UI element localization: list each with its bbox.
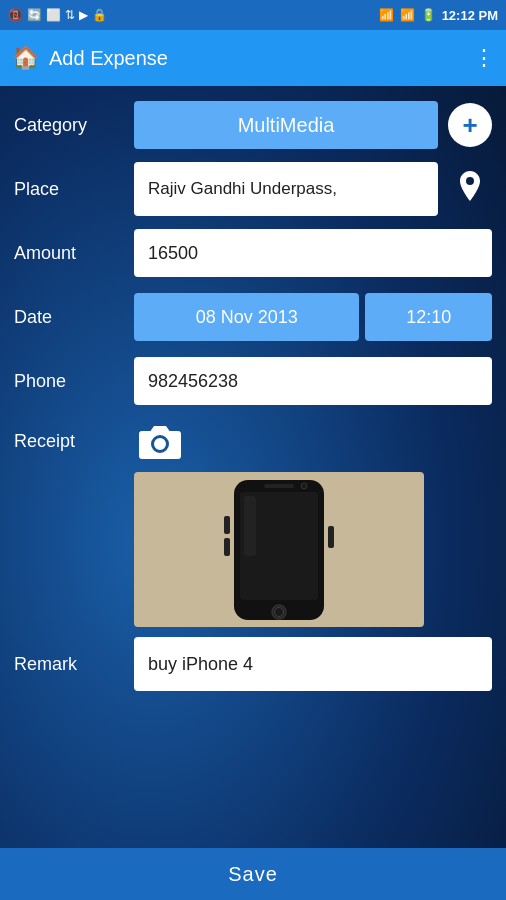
status-icons: 📵 🔄 ⬜ ⇅ ▶ 🔒 [8, 8, 107, 22]
receipt-row: Receipt [14, 418, 492, 627]
battery-icon: 🔋 [421, 8, 436, 22]
save-bar[interactable]: Save [0, 848, 506, 900]
category-row: Category MultiMedia + [14, 98, 492, 152]
phone-label: Phone [14, 371, 124, 392]
plus-icon: + [462, 112, 477, 138]
receipt-header: Receipt [14, 418, 492, 464]
svg-rect-9 [328, 526, 334, 548]
svg-rect-7 [224, 516, 230, 534]
place-row: Place Rajiv Gandhi Underpass, [14, 162, 492, 216]
status-bar: 📵 🔄 ⬜ ⇅ ▶ 🔒 📶 📶 🔋 12:12 PM [0, 0, 506, 30]
app-title: Add Expense [49, 47, 168, 70]
more-options-icon[interactable]: ⋮ [473, 45, 494, 71]
date-time-group: 08 Nov 2013 12:10 [134, 293, 492, 341]
svg-point-3 [275, 607, 284, 616]
phone-row: Phone 982456238 [14, 354, 492, 408]
date-row: Date 08 Nov 2013 12:10 [14, 290, 492, 344]
status-icon-usb: ⇅ [65, 8, 75, 22]
wifi-icon: 📶 [379, 8, 394, 22]
app-bar: 🏠 Add Expense ⋮ [0, 30, 506, 86]
place-value[interactable]: Rajiv Gandhi Underpass, [134, 162, 438, 216]
time-button[interactable]: 12:10 [365, 293, 492, 341]
camera-button[interactable] [134, 418, 186, 464]
category-label: Category [14, 115, 124, 136]
status-time: 12:12 PM [442, 8, 498, 23]
receipt-label: Receipt [14, 431, 124, 452]
svg-point-6 [301, 483, 307, 489]
status-icon-media: ▶ [79, 8, 88, 22]
remark-row: Remark buy iPhone 4 [14, 637, 492, 691]
location-pin-icon [454, 171, 486, 207]
svg-rect-4 [264, 484, 294, 488]
date-label: Date [14, 307, 124, 328]
camera-icon [138, 422, 182, 460]
add-category-button[interactable]: + [448, 103, 492, 147]
place-label: Place [14, 179, 124, 200]
svg-rect-5 [244, 496, 256, 556]
amount-input[interactable]: 16500 [134, 229, 492, 277]
receipt-image [134, 472, 424, 627]
svg-rect-8 [224, 538, 230, 556]
home-icon: 🏠 [12, 45, 39, 71]
status-icon-sync: 🔄 [27, 8, 42, 22]
amount-label: Amount [14, 243, 124, 264]
save-button-label: Save [228, 863, 278, 886]
status-icon-screen: ⬜ [46, 8, 61, 22]
form-content: Category MultiMedia + Place Rajiv Gandhi… [0, 86, 506, 848]
status-icon-sim: 📵 [8, 8, 23, 22]
iphone-image [224, 476, 334, 624]
remark-label: Remark [14, 654, 124, 675]
date-button[interactable]: 08 Nov 2013 [134, 293, 359, 341]
amount-row: Amount 16500 [14, 226, 492, 280]
location-button[interactable] [448, 167, 492, 211]
remark-input[interactable]: buy iPhone 4 [134, 637, 492, 691]
category-button[interactable]: MultiMedia [134, 101, 438, 149]
phone-input[interactable]: 982456238 [134, 357, 492, 405]
signal-icon: 📶 [400, 8, 415, 22]
status-icon-extra: 🔒 [92, 8, 107, 22]
